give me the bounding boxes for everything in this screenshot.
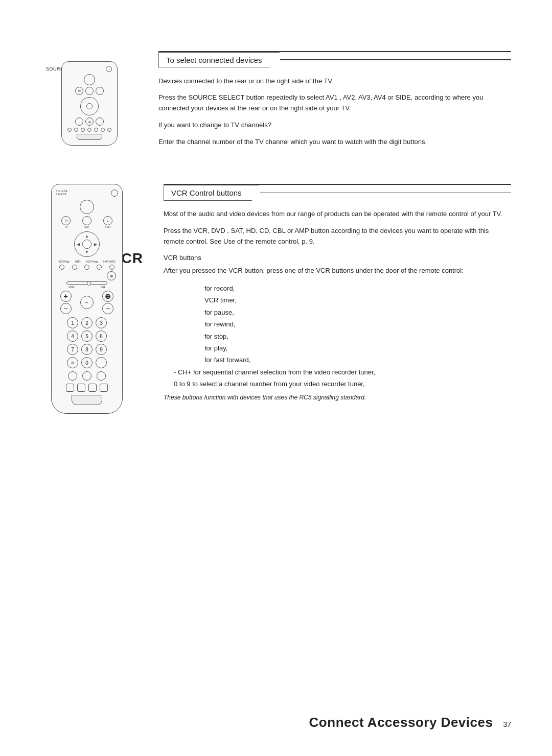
mode-onr: ONR [75,260,81,263]
section2-title: VCR Control buttons [171,188,242,197]
base-bump-large [72,395,102,405]
section1-title: To select connected devices [166,56,262,64]
sat-btn[interactable] [82,216,91,225]
base-small [77,134,102,140]
dot2 [74,128,78,132]
section2-line-right [260,193,511,194]
bottom-sq-3[interactable] [88,384,97,392]
bottom-bump-small [65,134,114,140]
footer: Connect Accessory Devices 37 [309,715,511,730]
range-text: 0 to 9 to select a channel number from y… [174,378,365,390]
btn-c[interactable] [96,117,104,126]
small-dots-row [65,128,114,132]
tv-btn-large[interactable]: TV [61,216,71,225]
dot-l2[interactable] [72,265,77,270]
cb-btn[interactable] [85,87,94,95]
bottom-circle-2[interactable] [82,371,91,381]
source-circle-large[interactable] [80,200,94,214]
bottom-circle-3[interactable] [97,371,106,381]
power-area [65,66,114,72]
num-1[interactable]: 1 [67,317,78,328]
power-button-small[interactable] [106,66,112,72]
mode-vcr-prog: VCR Prog [86,260,98,263]
source-select-button-small[interactable] [84,74,95,85]
section-top: SOURCE SELECT TV ⊕ [41,51,511,153]
mid-row: + − − ⊕ − [56,291,118,314]
dpad-small[interactable] [80,97,99,115]
num-row-1: 1 2 3 [64,317,110,328]
dot-l1[interactable] [59,265,64,270]
dot-l4[interactable] [97,265,102,270]
dpad-up[interactable]: ▲ [85,234,89,239]
mute-btn[interactable]: − [80,296,94,309]
list-item-5: for play, [204,342,511,354]
remote-small: TV ⊕ [61,61,118,146]
dots-row-large [56,265,118,270]
vol-label-top: VOL [68,286,75,289]
teletext-btn[interactable]: ⊕ [107,271,116,280]
bottom-sq-2[interactable] [77,384,85,392]
bottom-sq-1[interactable] [66,384,74,392]
mode-vcr-play: VCR Play [58,260,70,263]
num-3[interactable]: 3 [96,317,107,328]
remote-large: SOURCESELECT TV TV SAT ● [51,184,123,414]
vcr-btn[interactable] [96,87,104,95]
mode-exit-info: EXIT INFO [103,260,115,263]
num-row-2: 4 5 6 [64,330,110,342]
section-bottom: VCR SOURCESELECT TV TV SAT [41,184,511,414]
num-2[interactable]: 2 [81,317,93,328]
num-0[interactable]: 0 [81,357,93,368]
vol-ch-label-top: VOL CH [56,286,118,289]
dot-l5[interactable] [109,265,114,270]
bottom-circle-1[interactable] [68,371,77,381]
dpad-left[interactable]: ◀ [77,242,80,247]
slider-thumb[interactable] [87,281,91,286]
vcr-btn-large[interactable]: ● [103,216,112,225]
bottom-circles [56,371,118,381]
btn-b[interactable]: ⊕ [85,117,94,126]
num-dot[interactable]: · [96,357,107,368]
vol-minus[interactable]: − [60,303,72,314]
section2-title-box: VCR Control buttons [164,185,260,201]
dpad-center-large[interactable] [82,240,91,249]
section1-body2: Press the SOURCE SELECT button repeatedl… [158,92,511,114]
ch-label-top: CH [101,286,105,289]
num-4[interactable]: 4 [67,330,78,342]
dot4 [87,128,91,132]
tv-btn[interactable]: TV [75,87,83,95]
remote-area-bottom: VCR SOURCESELECT TV TV SAT [41,184,153,414]
remote-top-section: SOURCESELECT [56,190,118,197]
dpad-center-small[interactable] [86,103,93,109]
section1-body4: Enter the channel number of the TV chann… [158,137,511,148]
ch-minus[interactable]: − [102,303,113,314]
num-6[interactable]: 6 [96,330,107,342]
ch-plus[interactable]: ⊕ [102,291,113,302]
mode-row: VCR Play ONR VCR Prog EXIT INFO [56,260,118,263]
num-9[interactable]: 9 [96,344,107,355]
list-item-6: for fast forward, [204,354,511,366]
dpad-right[interactable]: ▶ [94,242,97,247]
num-star[interactable]: ⊛ [67,357,78,368]
vol-plus[interactable]: + [60,291,72,302]
section1-header: To select connected devices [158,52,511,68]
dot7 [107,128,111,132]
bottom-sq-4[interactable] [100,384,108,392]
dpad-large[interactable]: ▲ ▼ ◀ ▶ [74,231,100,257]
slider [66,281,107,285]
three-btn-row: TV TV SAT ● VCR [56,216,118,228]
dot-l3[interactable] [84,265,89,270]
teletext-row: ⊕ [58,271,116,280]
num-8[interactable]: 8 [81,344,93,355]
power-button-large[interactable] [111,190,118,197]
dpad-down[interactable]: ▼ [85,250,89,254]
btn-a[interactable] [75,117,83,126]
sat-col: SAT [82,216,91,228]
vcr-buttons-title: VCR buttons [164,253,511,264]
num-7[interactable]: 7 [67,344,78,355]
numpad: 1 2 3 4 5 6 7 8 9 ⊛ [64,317,110,368]
num-5[interactable]: 5 [81,330,93,342]
content-bottom: VCR Control buttons Most of the audio an… [153,184,511,414]
source-label-large-remote: SOURCESELECT [56,190,67,196]
ch-control: ⊕ − [102,291,113,314]
section1-body3: If you want to change to TV channels? [158,120,511,131]
